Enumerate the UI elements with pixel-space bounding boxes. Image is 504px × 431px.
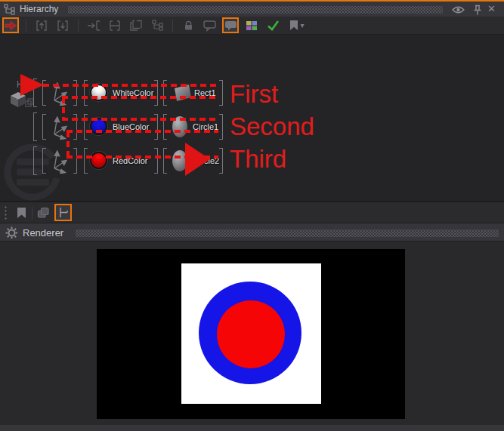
color-node-red[interactable] [90,152,107,169]
bracket [42,114,46,140]
green-check-icon [267,20,280,31]
titlebar-texture [76,229,499,237]
dock-toolbar [0,202,504,223]
execution-path [62,97,65,119]
render-viewport[interactable] [97,249,405,419]
bracket-arrow-down-icon [57,20,69,32]
dock-bookmark-button[interactable] [13,205,29,220]
application-window: Hierarchy ✕ [0,0,504,431]
insert-between-button[interactable] [107,17,123,33]
bookmark-button[interactable]: ▾ [286,17,308,33]
bracket [84,148,88,174]
dock-tree-branch-button[interactable] [54,204,72,221]
bracket [73,148,77,174]
bracket [163,148,167,174]
renderer-titlebar[interactable]: Renderer [0,223,504,242]
insert-inside-icon [129,20,143,32]
caret-down-icon: ▾ [300,21,304,29]
pin-icon[interactable] [473,5,482,16]
palette-button[interactable] [243,17,260,33]
toolbar-divider [172,20,173,32]
execute-button[interactable] [2,17,19,33]
move-up-button[interactable] [33,17,50,33]
bracket [33,146,37,175]
tree-branch-icon [57,206,69,219]
toolbar-divider [26,20,26,32]
execution-path [43,84,218,87]
apply-button[interactable] [264,17,281,33]
hierarchy-tree-icon [4,4,15,15]
hierarchy-titlebar[interactable]: Hierarchy ✕ [0,2,504,17]
move-down-button[interactable] [54,17,71,33]
annotation-third: Third [230,145,286,174]
color-palette-icon [246,20,258,31]
bookmark-icon [289,20,298,31]
gear-icon [5,226,18,239]
titlebar-texture [68,6,443,14]
execution-arrow-start [20,74,44,96]
renderer-panel-title: Renderer [23,226,63,241]
lock-button[interactable] [180,17,196,33]
bookmark-icon [17,207,26,219]
annotation-second: Second [230,112,314,141]
tree-view-icon [152,20,163,31]
insert-between-icon [108,20,122,32]
execution-arrow-current [185,143,210,176]
bracket [154,148,158,174]
hierarchy-toolbar: ▾ [0,17,504,35]
insert-before-icon [87,20,100,32]
bracket [33,112,37,141]
toolbar-divider [32,207,32,219]
renderer-canvas-area[interactable] [0,242,504,431]
hierarchy-panel-title: Hierarchy [20,2,58,17]
dock-layers-button[interactable] [35,205,51,220]
bracket [219,80,223,106]
bottom-strip [0,425,504,431]
comment-filled-button[interactable] [222,17,239,33]
execution-path [66,131,70,157]
comment-bubble-filled-icon [224,20,237,32]
toolbar-divider [78,20,79,32]
insert-inside-button[interactable] [128,17,144,33]
bracket [219,148,223,174]
annotation-first: First [230,80,278,109]
rendered-red-disc [217,300,285,368]
tree-view-button[interactable] [149,17,165,33]
comment-button[interactable] [201,17,218,33]
close-icon[interactable]: ✕ [487,3,496,14]
comment-bubble-icon [203,20,216,32]
red-arrow-icon [4,20,17,31]
execution-path [66,130,218,133]
execution-path [62,96,218,99]
drag-handle[interactable] [4,205,8,220]
node-canvas[interactable]: WhiteColor Rect1 BlueColor Circle1 [0,35,504,202]
layers-icon [37,207,50,219]
eye-icon[interactable] [452,5,465,14]
bracket-arrow-up-icon [36,20,48,32]
insert-before-button[interactable] [85,17,102,33]
execution-path [62,118,218,121]
lock-icon [183,20,194,31]
bracket [219,114,223,140]
bracket [42,148,46,174]
